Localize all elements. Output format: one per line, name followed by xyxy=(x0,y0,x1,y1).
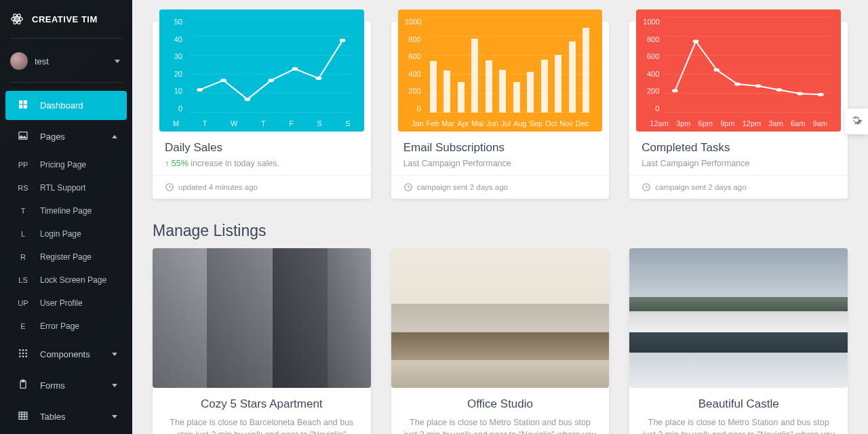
svg-rect-19 xyxy=(22,380,24,382)
sidebar-item-components[interactable]: Components xyxy=(5,340,127,369)
card-title: Completed Tasks xyxy=(642,141,835,155)
svg-point-14 xyxy=(25,353,27,355)
svg-rect-4 xyxy=(19,100,22,104)
listing-image[interactable] xyxy=(391,248,610,388)
sidebar-item-timeline[interactable]: TTimeline Page xyxy=(5,199,127,222)
svg-point-29 xyxy=(292,67,298,71)
svg-point-34 xyxy=(672,89,678,92)
listing-card: Office Studio The place is close to Metr… xyxy=(391,250,610,434)
svg-point-16 xyxy=(22,355,24,357)
card-footer: campaign sent 2 days ago xyxy=(391,175,610,199)
svg-point-39 xyxy=(776,88,783,92)
user-menu[interactable]: test xyxy=(0,47,132,82)
chevron-down-icon xyxy=(112,353,117,356)
card-subtitle: Last Campaign Performance xyxy=(403,159,597,168)
sidebar-item-label: Components xyxy=(40,349,90,359)
brand[interactable]: CREATIVE TIM xyxy=(0,0,132,38)
clipboard-icon xyxy=(16,379,31,392)
sidebar-item-forms[interactable]: Forms xyxy=(5,371,127,400)
user-name: test xyxy=(35,56,49,66)
svg-point-0 xyxy=(16,18,18,20)
card-title: Email Subscriptions xyxy=(403,141,597,155)
image-icon xyxy=(16,130,31,143)
svg-point-38 xyxy=(755,84,762,87)
svg-point-15 xyxy=(19,355,21,357)
divider xyxy=(10,38,122,39)
card-footer: updated 4 minutes ago xyxy=(153,175,371,199)
listing-description: The place is close to Metro Station and … xyxy=(403,416,597,434)
gear-icon xyxy=(850,114,863,126)
sidebar-item-label: Tables xyxy=(40,412,66,422)
listing-card: Cozy 5 Stars Apartment The place is clos… xyxy=(153,250,371,434)
listing-title[interactable]: Cozy 5 Stars Apartment xyxy=(165,397,359,411)
sidebar-item-label: Forms xyxy=(40,380,65,391)
card-title: Daily Sales xyxy=(165,141,359,155)
chart-completed-tasks: 10008006004002000 12am3pm6pm9pm12pm3am6a… xyxy=(636,9,841,132)
svg-point-30 xyxy=(316,77,322,80)
brand-label: CREATIVE TIM xyxy=(32,14,98,24)
svg-point-36 xyxy=(714,68,720,71)
svg-point-35 xyxy=(693,39,699,43)
card-subtitle: Last Campaign Performance xyxy=(642,159,835,168)
sidebar-item-tables[interactable]: Tables xyxy=(5,402,127,431)
sidebar-item-rtl[interactable]: RSRTL Support xyxy=(5,176,127,199)
svg-point-17 xyxy=(25,355,27,357)
svg-rect-5 xyxy=(24,100,27,104)
svg-point-1 xyxy=(12,17,23,22)
grid-icon xyxy=(16,348,31,361)
sidebar-item-lock[interactable]: LSLock Screen Page xyxy=(5,269,127,292)
listing-description: The place is close to Metro Station and … xyxy=(642,416,835,434)
chevron-up-icon xyxy=(112,135,117,138)
svg-point-9 xyxy=(19,349,21,351)
sidebar: CREATIVE TIM test Dashboard Pages PPPric… xyxy=(0,0,132,434)
sidebar-item-dashboard[interactable]: Dashboard xyxy=(5,91,127,120)
settings-toggle[interactable] xyxy=(845,108,868,134)
sidebar-item-pages[interactable]: Pages xyxy=(5,122,127,151)
listing-card: Beautiful Castle The place is close to M… xyxy=(629,250,848,434)
svg-point-13 xyxy=(22,353,24,355)
sidebar-item-error[interactable]: EError Page xyxy=(5,315,127,338)
listing-title[interactable]: Office Studio xyxy=(403,397,597,411)
svg-rect-6 xyxy=(19,105,22,108)
listing-title[interactable]: Beautiful Castle xyxy=(642,397,835,411)
svg-point-28 xyxy=(268,79,274,82)
svg-point-40 xyxy=(797,92,804,95)
sidebar-item-profile[interactable]: UPUser Profile xyxy=(5,292,127,315)
logo-icon xyxy=(10,12,24,26)
svg-point-31 xyxy=(340,39,346,42)
svg-point-26 xyxy=(220,79,226,82)
sidebar-item-label: Dashboard xyxy=(40,100,83,111)
svg-point-27 xyxy=(244,98,250,101)
listing-description: The place is close to Barceloneta Beach … xyxy=(165,416,359,434)
listing-image[interactable] xyxy=(629,248,848,388)
chart-daily-sales: 50403020100 MTWTFSS xyxy=(159,9,364,132)
svg-rect-7 xyxy=(24,105,27,108)
divider xyxy=(10,82,122,83)
clock-icon xyxy=(642,182,651,192)
svg-rect-20 xyxy=(19,412,27,420)
chevron-down-icon xyxy=(115,60,120,63)
arrow-up-icon: ↑ xyxy=(165,159,172,168)
clock-icon xyxy=(403,182,413,192)
main-content: 50403020100 MTWTFSS Daily Sales ↑ 55% in… xyxy=(132,0,868,434)
chevron-down-icon xyxy=(112,415,117,418)
clock-icon xyxy=(165,182,174,192)
sidebar-item-label: Pages xyxy=(40,132,65,142)
sidebar-item-pricing[interactable]: PPPricing Page xyxy=(5,153,127,176)
card-email-subs: 10008006004002000 JanFebMarAprMaiJunJulA… xyxy=(391,22,610,199)
card-completed-tasks: 10008006004002000 12am3pm6pm9pm12pm3am6a… xyxy=(629,22,848,199)
svg-point-37 xyxy=(734,82,741,85)
section-title-listings: Manage Listings xyxy=(153,222,848,240)
chevron-down-icon xyxy=(112,384,117,387)
sidebar-item-register[interactable]: RRegister Page xyxy=(5,245,127,269)
listing-image[interactable] xyxy=(153,248,371,388)
svg-point-12 xyxy=(19,353,21,355)
svg-point-25 xyxy=(197,88,203,92)
svg-point-11 xyxy=(25,349,27,351)
avatar xyxy=(10,52,28,70)
card-subtitle: ↑ 55% increase in today sales. xyxy=(165,159,359,168)
dashboard-icon xyxy=(16,99,31,112)
table-icon xyxy=(16,410,31,423)
sidebar-item-login[interactable]: LLogin Page xyxy=(5,222,127,245)
svg-point-10 xyxy=(22,349,24,351)
